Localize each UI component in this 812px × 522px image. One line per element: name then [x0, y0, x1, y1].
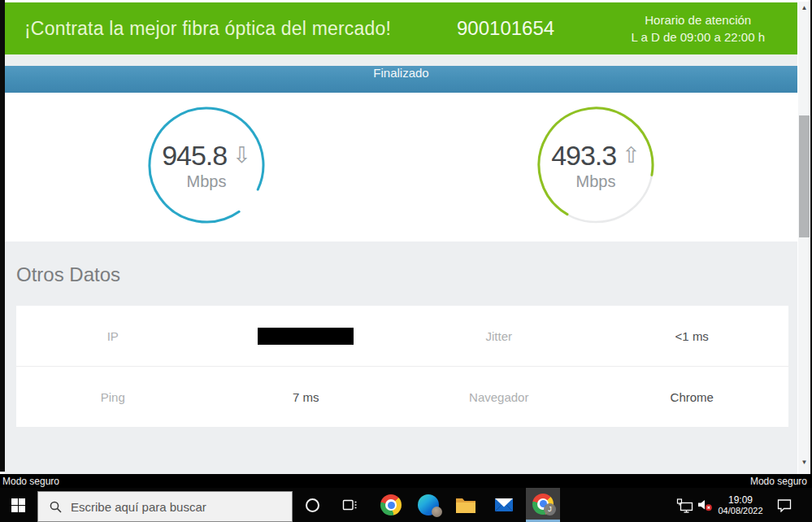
promo-banner[interactable]: ¡Contrata la mejor fibra óptica del merc… — [5, 2, 797, 54]
test-status-bar: Finalizado — [5, 66, 797, 93]
chrome-taskbar-button[interactable] — [376, 488, 406, 522]
download-gauge: 945.8 ⇩ Mbps — [145, 104, 267, 226]
window-edge-left — [0, 0, 5, 472]
search-input[interactable] — [71, 500, 292, 514]
upload-arrow-icon: ⇧ — [622, 142, 640, 168]
task-view-icon — [341, 497, 358, 513]
schedule-line2: L a D de 09:00 a 22:00 h — [631, 28, 765, 46]
volume-muted-icon — [697, 498, 714, 512]
download-readout: 945.8 ⇩ Mbps — [145, 104, 267, 226]
jitter-value: <1 ms — [596, 329, 789, 343]
download-value: 945.8 — [162, 140, 227, 172]
scroll-down-button[interactable]: ▼ — [798, 457, 810, 468]
volume-tray-button[interactable] — [696, 488, 715, 522]
jitter-label: Jitter — [402, 329, 596, 343]
edge-icon — [418, 494, 439, 515]
start-button[interactable] — [0, 488, 36, 522]
mail-icon — [494, 497, 514, 513]
chrome-icon — [380, 494, 402, 515]
taskbar-clock[interactable]: 19:09 04/08/2022 — [714, 488, 767, 522]
network-tray-button[interactable] — [675, 488, 695, 522]
scroll-up-button[interactable]: ▲ — [798, 2, 810, 14]
edge-profile-avatar — [432, 507, 442, 517]
otros-datos-title: Otros Datos — [16, 263, 120, 286]
upload-value: 493.3 — [551, 140, 616, 172]
vertical-scrollbar[interactable]: ▲ ▼ — [798, 2, 810, 474]
browser-viewport: ¡Contrata la mejor fibra óptica del merc… — [0, 0, 812, 474]
chrome-active-taskbar-button[interactable]: J — [526, 488, 560, 520]
task-view-button[interactable] — [335, 488, 364, 522]
clock-date: 04/08/2022 — [718, 506, 762, 516]
action-center-button[interactable] — [772, 488, 797, 522]
promo-schedule: Horario de atención L a D de 09:00 a 22:… — [631, 11, 765, 46]
action-center-icon — [776, 498, 792, 512]
navegador-value: Chrome — [596, 390, 789, 404]
chrome-profile-badge: J — [544, 503, 556, 515]
data-card: IP Jitter <1 ms Ping 7 ms Navegador Chro… — [16, 306, 788, 427]
ethernet-network-icon — [676, 498, 694, 513]
upload-readout: 493.3 ⇧ Mbps — [535, 104, 657, 226]
ip-redaction-box — [258, 328, 354, 345]
schedule-line1: Horario de atención — [631, 11, 765, 28]
taskbar-search-box[interactable] — [37, 491, 293, 522]
desktop: Modo seguro Modo seguro — [0, 474, 812, 522]
otros-datos-section: Otros Datos IP Jitter <1 ms Ping 7 ms Na… — [5, 241, 797, 474]
status-finalizado-label: Finalizado — [373, 66, 428, 80]
promo-headline: ¡Contrata la mejor fibra óptica del merc… — [24, 18, 391, 40]
file-explorer-button[interactable] — [451, 488, 480, 522]
scrollbar-thumb[interactable] — [799, 115, 810, 237]
upload-unit: Mbps — [576, 172, 616, 191]
mail-taskbar-button[interactable] — [489, 488, 519, 522]
download-arrow-icon: ⇩ — [232, 142, 251, 168]
spacer-strip — [5, 54, 797, 66]
safe-mode-watermark-left: Modo seguro — [2, 476, 59, 487]
download-unit: Mbps — [187, 172, 227, 191]
clock-time: 19:09 — [728, 494, 753, 506]
taskbar: J 19:09 — [0, 488, 812, 522]
file-explorer-icon — [455, 496, 476, 514]
navegador-label: Navegador — [402, 390, 596, 404]
promo-phone-number: 900101654 — [457, 17, 554, 40]
cortana-button[interactable] — [300, 488, 324, 522]
data-row: IP Jitter <1 ms — [16, 306, 788, 366]
search-icon — [49, 500, 63, 514]
data-row: Ping 7 ms Navegador Chrome — [16, 367, 788, 427]
ping-value: 7 ms — [210, 390, 403, 404]
windows-logo-icon — [11, 498, 25, 512]
upload-gauge: 493.3 ⇧ Mbps — [535, 104, 657, 226]
ping-label: Ping — [16, 390, 210, 404]
safe-mode-watermark-right: Modo seguro — [750, 476, 807, 487]
cortana-icon — [306, 498, 319, 512]
ip-label: IP — [16, 329, 210, 343]
ip-value — [210, 328, 403, 345]
screen: ¡Contrata la mejor fibra óptica del merc… — [0, 0, 812, 522]
edge-taskbar-button[interactable] — [414, 488, 443, 522]
